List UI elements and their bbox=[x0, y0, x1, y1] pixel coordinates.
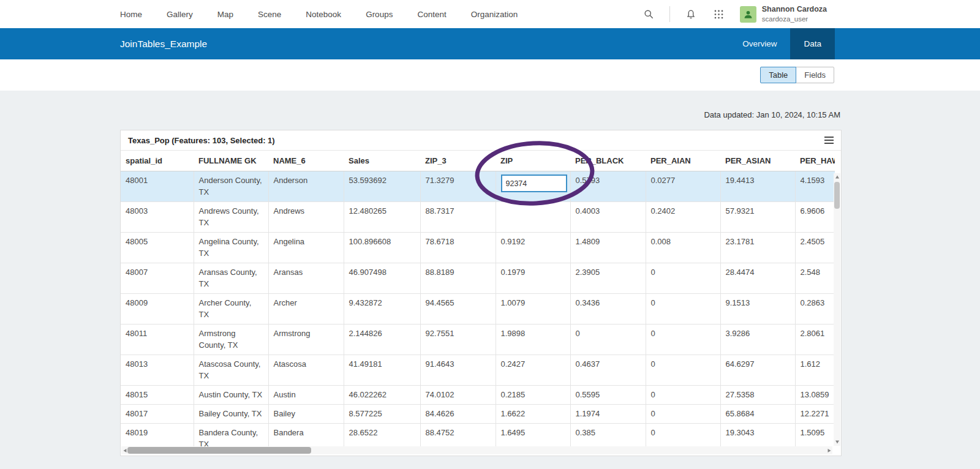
cell-per-asian[interactable]: 65.8684 bbox=[720, 405, 795, 424]
cell-zip[interactable] bbox=[496, 171, 570, 202]
cell-per-haw[interactable]: 2.4505 bbox=[795, 233, 835, 263]
cell-zip-3[interactable]: 88.4752 bbox=[420, 424, 496, 449]
cell-spatial-id[interactable]: 48011 bbox=[121, 325, 194, 355]
scroll-up-icon[interactable] bbox=[834, 173, 840, 181]
cell-sales[interactable]: 100.896608 bbox=[344, 233, 420, 263]
cell-per-haw[interactable]: 1.612 bbox=[795, 355, 835, 386]
table-row[interactable]: 48001Anderson County, TXAnderson53.59369… bbox=[121, 171, 835, 202]
cell-per-haw[interactable]: 0.2863 bbox=[795, 294, 835, 325]
table-row[interactable]: 48005Angelina County, TXAngelina100.8966… bbox=[121, 233, 835, 263]
zip-edit-input[interactable] bbox=[501, 174, 567, 192]
cell-zip-3[interactable]: 71.3279 bbox=[420, 171, 496, 202]
cell-sales[interactable]: 46.022262 bbox=[344, 386, 420, 405]
horizontal-scrollbar[interactable] bbox=[121, 446, 832, 454]
notifications-icon[interactable] bbox=[684, 7, 698, 21]
scroll-down-icon[interactable] bbox=[834, 438, 840, 446]
view-toggle-fields[interactable]: Fields bbox=[796, 67, 834, 83]
cell-spatial-id[interactable]: 48007 bbox=[121, 263, 194, 294]
cell-per-aian[interactable]: 0 bbox=[646, 386, 720, 405]
cell-name-6[interactable]: Andrews bbox=[268, 202, 344, 233]
cell-zip-3[interactable]: 91.4643 bbox=[420, 355, 496, 386]
cell-name-6[interactable]: Armstrong bbox=[268, 325, 344, 355]
cell-name-6[interactable]: Austin bbox=[268, 386, 344, 405]
table-row[interactable]: 48017Bailey County, TXBailey8.57722584.4… bbox=[121, 405, 835, 424]
cell-per-haw[interactable]: 4.1593 bbox=[795, 171, 835, 202]
cell-fullname-gk[interactable]: Aransas County, TX bbox=[194, 263, 268, 294]
cell-fullname-gk[interactable]: Angelina County, TX bbox=[194, 233, 268, 263]
nav-item-content[interactable]: Content bbox=[417, 10, 446, 19]
cell-fullname-gk[interactable]: Andrews County, TX bbox=[194, 202, 268, 233]
table-options-menu-icon[interactable] bbox=[824, 135, 834, 145]
column-header-per-aian[interactable]: PER_AIAN bbox=[646, 151, 720, 171]
cell-zip-3[interactable]: 88.8189 bbox=[420, 263, 496, 294]
cell-sales[interactable]: 9.432872 bbox=[344, 294, 420, 325]
cell-zip-3[interactable]: 84.4626 bbox=[420, 405, 496, 424]
cell-per-aian[interactable]: 0 bbox=[646, 263, 720, 294]
cell-sales[interactable]: 12.480265 bbox=[344, 202, 420, 233]
column-header-per-black[interactable]: PER_BLACK bbox=[570, 151, 646, 171]
cell-fullname-gk[interactable]: Archer County, TX bbox=[194, 294, 268, 325]
cell-per-asian[interactable]: 57.9321 bbox=[720, 202, 795, 233]
column-header-spatial-id[interactable]: spatial_id bbox=[121, 151, 194, 171]
cell-per-asian[interactable]: 19.3043 bbox=[720, 424, 795, 449]
cell-per-aian[interactable]: 0.0277 bbox=[646, 171, 720, 202]
cell-zip[interactable]: 1.6622 bbox=[496, 405, 570, 424]
cell-zip[interactable]: 0.9192 bbox=[496, 233, 570, 263]
cell-name-6[interactable]: Aransas bbox=[268, 263, 344, 294]
cell-spatial-id[interactable]: 48003 bbox=[121, 202, 194, 233]
vertical-scrollbar[interactable] bbox=[834, 173, 840, 446]
cell-name-6[interactable]: Anderson bbox=[268, 171, 344, 202]
table-row[interactable]: 48013Atascosa County, TXAtascosa41.49181… bbox=[121, 355, 835, 386]
column-header-zip[interactable]: ZIP bbox=[496, 151, 570, 171]
cell-per-black[interactable]: 0.5595 bbox=[570, 386, 646, 405]
cell-fullname-gk[interactable]: Armstrong County, TX bbox=[194, 325, 268, 355]
user-menu[interactable]: Shannon Cardoza scardoza_user bbox=[740, 5, 827, 23]
cell-per-black[interactable]: 1.1974 bbox=[570, 405, 646, 424]
nav-item-scene[interactable]: Scene bbox=[258, 10, 281, 19]
column-header-name-6[interactable]: NAME_6 bbox=[268, 151, 344, 171]
cell-spatial-id[interactable]: 48005 bbox=[121, 233, 194, 263]
cell-per-asian[interactable]: 3.9286 bbox=[720, 325, 795, 355]
cell-zip-3[interactable]: 88.7317 bbox=[420, 202, 496, 233]
cell-per-asian[interactable]: 23.1781 bbox=[720, 233, 795, 263]
cell-name-6[interactable]: Angelina bbox=[268, 233, 344, 263]
cell-sales[interactable]: 41.49181 bbox=[344, 355, 420, 386]
cell-per-black[interactable]: 2.3905 bbox=[570, 263, 646, 294]
column-header-sales[interactable]: Sales bbox=[344, 151, 420, 171]
cell-per-asian[interactable]: 27.5358 bbox=[720, 386, 795, 405]
cell-spatial-id[interactable]: 48017 bbox=[121, 405, 194, 424]
cell-zip[interactable] bbox=[496, 202, 570, 233]
view-toggle-table[interactable]: Table bbox=[760, 67, 796, 83]
cell-per-aian[interactable]: 0 bbox=[646, 424, 720, 449]
table-row[interactable]: 48011Armstrong County, TXArmstrong2.1448… bbox=[121, 325, 835, 355]
cell-per-aian[interactable]: 0 bbox=[646, 294, 720, 325]
cell-per-aian[interactable]: 0 bbox=[646, 325, 720, 355]
table-row[interactable]: 48019Bandera County, TXBandera28.652288.… bbox=[121, 424, 835, 449]
cell-per-black[interactable]: 0.3436 bbox=[570, 294, 646, 325]
table-row[interactable]: 48009Archer County, TXArcher9.43287294.4… bbox=[121, 294, 835, 325]
app-launcher-icon[interactable] bbox=[712, 7, 726, 21]
cell-fullname-gk[interactable]: Bandera County, TX bbox=[194, 424, 268, 449]
cell-per-haw[interactable]: 1.5095 bbox=[795, 424, 835, 449]
cell-fullname-gk[interactable]: Austin County, TX bbox=[194, 386, 268, 405]
cell-per-black[interactable]: 0.385 bbox=[570, 424, 646, 449]
cell-name-6[interactable]: Atascosa bbox=[268, 355, 344, 386]
table-row[interactable]: 48015Austin County, TXAustin46.02226274.… bbox=[121, 386, 835, 405]
cell-name-6[interactable]: Bailey bbox=[268, 405, 344, 424]
cell-zip[interactable]: 0.2185 bbox=[496, 386, 570, 405]
cell-per-black[interactable]: 0 bbox=[570, 325, 646, 355]
cell-per-aian[interactable]: 0.008 bbox=[646, 233, 720, 263]
cell-spatial-id[interactable]: 48019 bbox=[121, 424, 194, 449]
cell-spatial-id[interactable]: 48001 bbox=[121, 171, 194, 202]
cell-zip[interactable]: 0.2427 bbox=[496, 355, 570, 386]
table-row[interactable]: 48007Aransas County, TXAransas46.9074988… bbox=[121, 263, 835, 294]
cell-per-haw[interactable]: 2.8061 bbox=[795, 325, 835, 355]
cell-per-haw[interactable]: 12.2271 bbox=[795, 405, 835, 424]
column-header-per-asian[interactable]: PER_ASIAN bbox=[720, 151, 795, 171]
column-header-fullname-gk[interactable]: FULLNAME GK bbox=[194, 151, 268, 171]
cell-zip-3[interactable]: 92.7551 bbox=[420, 325, 496, 355]
cell-per-asian[interactable]: 19.4413 bbox=[720, 171, 795, 202]
cell-per-asian[interactable]: 64.6297 bbox=[720, 355, 795, 386]
cell-per-aian[interactable]: 0 bbox=[646, 405, 720, 424]
cell-per-asian[interactable]: 28.4474 bbox=[720, 263, 795, 294]
